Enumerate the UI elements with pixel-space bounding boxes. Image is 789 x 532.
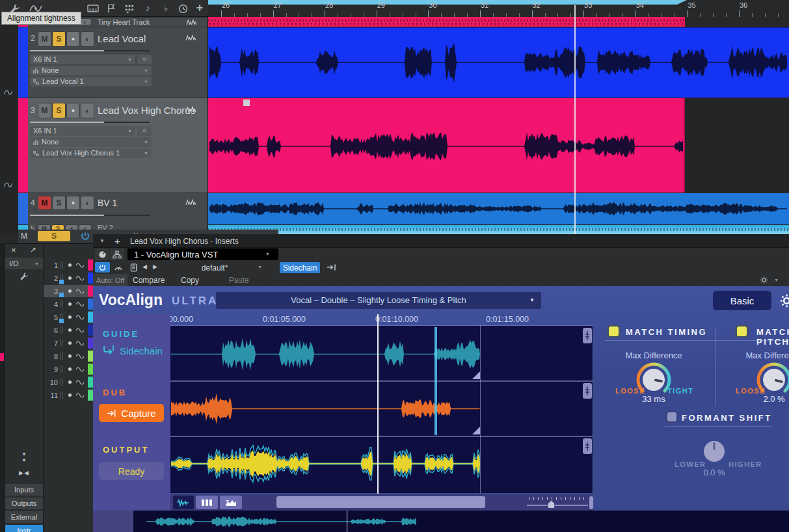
add-insert-icon[interactable]: + (114, 235, 120, 246)
track-name[interactable]: Tiny Heart Track (98, 18, 150, 26)
preset-name[interactable]: default* (163, 263, 267, 273)
mute-label[interactable]: M (21, 232, 27, 241)
match-pitch-checkbox[interactable] (737, 326, 747, 336)
formant-value[interactable]: 0.0 % (687, 468, 742, 477)
output-select[interactable]: Lead Vocal 1▼ (30, 77, 152, 86)
lane-gain-fader[interactable] (583, 383, 592, 399)
instr-button[interactable]: Instr (5, 525, 43, 532)
output-select[interactable]: Lead Vox High Chorus 1▼ (30, 148, 152, 158)
horizontal-scrollbar[interactable] (276, 496, 485, 508)
compare-button[interactable]: Compare (133, 276, 165, 285)
tool-quantize-note-icon[interactable]: ♪ (140, 2, 155, 14)
zoom-slider-track[interactable] (527, 505, 588, 506)
collapse-vertical-icon[interactable]: ▼▲ (5, 450, 43, 464)
mute-button[interactable]: M (38, 103, 51, 118)
track-name[interactable]: Lead Vox High Chorus (98, 105, 195, 116)
clip-bv2-strip[interactable] (208, 225, 789, 234)
knob-mode-icon[interactable] (95, 248, 109, 260)
external-button[interactable]: External (5, 511, 43, 523)
capture-button[interactable]: Capture (99, 404, 164, 422)
piano-view-button[interactable] (196, 496, 218, 509)
formant-shift-checkbox[interactable] (667, 412, 676, 421)
arrangement-playhead[interactable] (574, 5, 576, 234)
chevron-down-icon[interactable]: ▼ (258, 265, 262, 269)
loop-range-strip[interactable] (208, 0, 687, 5)
automation-mode[interactable]: Auto: Off (93, 274, 127, 286)
clip-corner-handle[interactable] (472, 371, 480, 379)
pitch-value[interactable]: 2.0 % (735, 394, 789, 404)
collapse-horizontal-icon[interactable]: ▶◀ (5, 466, 43, 480)
next-preset-icon[interactable]: ▶ (153, 263, 157, 270)
plugin-settings-gear-icon[interactable] (760, 276, 768, 284)
track-header-4[interactable]: 4 M S ● ◐ BV 1 (28, 193, 207, 224)
basic-mode-button[interactable]: Basic (713, 291, 771, 310)
tool-metronome-bars-icon[interactable] (86, 3, 100, 14)
insert-select[interactable]: None▼ (30, 66, 152, 75)
track-header-2[interactable]: 2 M S ● ◐ Lead Vocal X6 IN 1▼ ○ None▼ Le… (28, 27, 207, 98)
edit-cursor[interactable] (435, 327, 437, 435)
plugin-slot-select[interactable]: 1 - VocAlign Ultra VST ▼ (127, 248, 278, 260)
monitor-button[interactable]: ◐ (81, 31, 94, 47)
waveform-view-button[interactable] (173, 496, 194, 509)
insert-position-icon[interactable] (327, 263, 337, 271)
outputs-button[interactable]: Outputs (5, 498, 43, 509)
collapse-icon[interactable]: ▼ (100, 238, 105, 244)
tool-flat-icon[interactable]: ♭ (159, 2, 173, 14)
guide-source-label[interactable]: Sidechain (120, 345, 163, 356)
detach-icon[interactable]: ↗ (30, 245, 36, 254)
lane-gain-fader[interactable] (583, 328, 592, 343)
volume-bar[interactable] (30, 50, 150, 51)
io-selector[interactable]: I/O▼ (5, 258, 43, 269)
output-status-button[interactable]: Ready (99, 462, 164, 480)
tool-add-icon[interactable]: + (193, 1, 207, 14)
volume-bar[interactable] (30, 122, 150, 123)
copy-button[interactable]: Copy (181, 276, 199, 285)
monitor-button[interactable]: ◐ (81, 103, 94, 118)
solo-button[interactable]: S (38, 231, 70, 241)
mute-button[interactable]: M (38, 196, 51, 210)
solo-button[interactable]: S (52, 103, 66, 118)
lane-gain-fader[interactable] (583, 438, 592, 454)
vocalign-preset-select[interactable]: Vocal – Double – Slightly Loose Timing &… (216, 292, 541, 309)
clip-handle[interactable] (243, 100, 250, 106)
tool-marker-flag-icon[interactable] (104, 3, 118, 14)
vocalign-settings-gear-icon[interactable] (779, 293, 789, 308)
auto-dial-icon[interactable] (111, 262, 125, 273)
paste-button[interactable]: Paste (229, 276, 249, 285)
preset-file-icon[interactable] (129, 262, 139, 273)
insert-select[interactable]: None▼ (30, 137, 152, 147)
routing-icon[interactable] (110, 248, 124, 260)
prev-preset-icon[interactable]: ◀ (142, 263, 147, 270)
input-select[interactable]: X6 IN 1▼ (30, 55, 135, 64)
solo-button[interactable]: S (52, 196, 66, 210)
inputs-button[interactable]: Inputs (5, 484, 43, 496)
record-arm-button[interactable]: ● (66, 103, 80, 118)
input-select[interactable]: X6 IN 1▼ (30, 126, 135, 136)
monitor-button[interactable]: ◐ (81, 196, 94, 210)
match-timing-checkbox[interactable] (609, 326, 619, 336)
sidechain-button[interactable]: Sidechain (280, 262, 320, 273)
arranger-section-strip[interactable] (208, 17, 685, 27)
track-name[interactable]: BV 1 (98, 198, 117, 208)
solo-button[interactable]: S (52, 31, 66, 47)
timing-value[interactable]: 33 ms (615, 394, 693, 404)
energy-view-button[interactable] (220, 496, 242, 509)
tool-grid-icon[interactable] (122, 3, 137, 14)
overview-playhead[interactable] (347, 511, 347, 532)
power-icon[interactable] (81, 232, 90, 241)
clip-corner-handle[interactable] (472, 427, 480, 434)
vertical-zoom-slider[interactable] (589, 496, 593, 509)
plugin-power-button[interactable] (95, 262, 110, 273)
chevron-down-icon[interactable]: ▼ (774, 278, 779, 282)
record-arm-button[interactable]: ● (66, 31, 80, 47)
close-icon[interactable]: × (11, 245, 16, 255)
input-monitor-button[interactable]: ○ (137, 55, 152, 64)
vocalign-playhead[interactable] (377, 314, 379, 494)
track-name[interactable]: Lead Vocal (98, 33, 146, 44)
mute-button[interactable]: M (38, 31, 51, 47)
tool-tempo-clock-icon[interactable] (176, 3, 190, 14)
console-wrench-icon[interactable] (5, 271, 43, 282)
input-monitor-button[interactable]: ○ (137, 126, 152, 136)
record-arm-button[interactable]: ● (66, 196, 80, 210)
volume-bar[interactable] (30, 215, 150, 216)
